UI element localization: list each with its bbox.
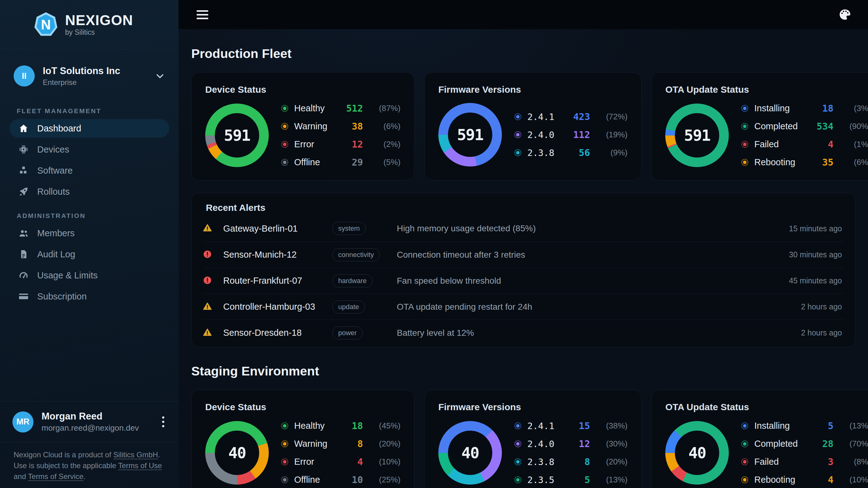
sidebar-item-software[interactable]: Software	[9, 161, 169, 180]
legend-percent: (38%)	[596, 421, 627, 431]
legend-row: 2.3.8 56 (9%)	[514, 147, 627, 158]
legend-dot-ring	[741, 105, 748, 112]
legend-label: Warning	[294, 439, 328, 449]
alert-tag-cell: connectivity	[332, 248, 397, 262]
legend-percent: (70%)	[839, 439, 868, 449]
legend-percent: (25%)	[369, 475, 401, 485]
legend-dot-ring	[514, 440, 521, 447]
legend-dot	[516, 442, 520, 446]
warning-icon	[203, 223, 223, 234]
legend-label: 2.4.0	[527, 439, 554, 449]
donut-total: 591	[224, 126, 250, 145]
legend-percent: (90%)	[839, 122, 868, 131]
card-body: 591 2.4.1 423 (72%) 2.4.0 112 (19%) 2.3.…	[438, 103, 627, 166]
legend-value: 10	[333, 475, 363, 485]
legend-row: Installing 5 (13%)	[741, 420, 868, 431]
terms-of-service-link[interactable]: Terms of Service	[28, 472, 83, 481]
alert-device: Sensor-Munich-12	[223, 250, 332, 260]
legend-dot-ring	[741, 141, 748, 148]
legend-row: Healthy 18 (45%)	[281, 420, 401, 431]
legend-dot-ring	[514, 131, 521, 138]
alert-row-sensor-dresden-18: Sensor-Dresden-18 power Battery level at…	[203, 319, 844, 346]
legend-label: Warning	[294, 121, 328, 131]
legend-row: Offline 29 (5%)	[281, 157, 401, 168]
sidebar-item-dashboard[interactable]: Dashboard	[9, 119, 169, 138]
legend-percent: (13%)	[839, 421, 868, 431]
legend-percent: (6%)	[839, 157, 868, 167]
org-selector[interactable]: II IoT Solutions Inc Enterprise	[0, 50, 179, 102]
legend-dot	[743, 460, 746, 463]
terms-of-use-link[interactable]: Terms of Use	[118, 461, 162, 470]
legend-dot	[283, 460, 286, 463]
sidebar-item-audit-log[interactable]: Audit Log	[9, 245, 169, 264]
rocket-icon	[19, 187, 29, 196]
legend-dot-ring	[514, 113, 521, 120]
sidebar-item-label: Audit Log	[37, 249, 75, 260]
legend-value: 112	[560, 129, 590, 140]
legend-dot-ring	[514, 422, 521, 429]
user-menu-kebab-icon[interactable]	[160, 415, 166, 429]
legend-label: Healthy	[294, 103, 328, 114]
legend-percent: (13%)	[596, 475, 627, 485]
donut-total: 40	[461, 444, 478, 462]
legend-dot-ring	[741, 159, 748, 166]
recent-alerts-card: Recent Alerts Gateway-Berlin-01 system H…	[191, 193, 855, 347]
legend-label: Error	[294, 457, 328, 467]
legend-dot	[743, 106, 746, 110]
staging-cards: Device Status 40 Healthy 18 (45%) Warnin…	[191, 390, 855, 488]
chevron-down-icon	[154, 70, 165, 82]
legend-dot-ring	[741, 458, 748, 465]
sidebar-item-label: Subscription	[37, 292, 87, 302]
legend-dot	[743, 125, 746, 128]
legend-dot-ring	[741, 123, 748, 130]
sidebar: N NEXIGON by Silitics II IoT Solutions I…	[0, 0, 179, 488]
legend-row: 2.4.0 112 (19%)	[514, 129, 627, 140]
legend-dot-ring	[741, 422, 748, 429]
legend-label: Offline	[294, 475, 328, 485]
legend-row: 2.3.5 5 (13%)	[514, 475, 627, 485]
sidebar-item-devices[interactable]: Devices	[9, 140, 169, 159]
legend-label: Rebooting	[754, 157, 798, 167]
legend-percent: (20%)	[369, 439, 401, 449]
stat-card-device-status: Device Status 40 Healthy 18 (45%) Warnin…	[191, 390, 414, 488]
legend-label: 2.3.8	[527, 148, 554, 158]
legend-value: 38	[333, 121, 363, 132]
palette-icon[interactable]	[838, 8, 851, 21]
legend-dot	[516, 478, 520, 482]
stat-card-ota-update-status: OTA Update Status 591 Installing 18 (3%)…	[651, 72, 868, 180]
legend-value: 18	[333, 420, 363, 431]
brand: N NEXIGON by Silitics	[0, 0, 179, 50]
legend-label: Failed	[754, 457, 798, 467]
production-cards: Device Status 591 Healthy 512 (87%) Warn…	[191, 72, 855, 180]
alert-tag: update	[332, 300, 365, 313]
org-name: IoT Solutions Inc	[43, 65, 120, 77]
stat-card-firmware-versions: Firmware Versions 591 2.4.1 423 (72%) 2.…	[424, 72, 641, 180]
alerts-title: Recent Alerts	[203, 203, 844, 213]
sidebar-item-members[interactable]: Members	[9, 224, 169, 242]
sidebar-item-subscription[interactable]: Subscription	[9, 287, 169, 306]
legend-label: Completed	[754, 121, 798, 131]
card-body: 40 Healthy 18 (45%) Warning 8 (20%) Erro…	[205, 420, 401, 485]
donut-chart: 591	[665, 103, 729, 167]
hamburger-icon[interactable]	[195, 9, 210, 21]
legend-row: Healthy 512 (87%)	[281, 103, 401, 114]
legend-percent: (8%)	[839, 457, 868, 467]
production-heading: Production Fleet	[191, 47, 855, 61]
alert-device: Router-Frankfurt-07	[223, 276, 332, 286]
card-body: 40 Installing 5 (13%) Completed 28 (70%)…	[665, 420, 868, 485]
sidebar-item-rollouts[interactable]: Rollouts	[9, 182, 169, 201]
card-title: OTA Update Status	[665, 84, 868, 95]
legend-percent: (3%)	[839, 103, 868, 113]
legend-dot	[516, 115, 520, 118]
legend-value: 8	[560, 456, 590, 467]
alert-tag-cell: hardware	[332, 274, 397, 287]
brand-name: NEXIGON	[65, 13, 133, 28]
users-icon	[19, 228, 29, 238]
legend-row: Rebooting 35 (6%)	[741, 157, 868, 168]
legend-row: 2.4.0 12 (30%)	[514, 438, 627, 449]
card-title: Device Status	[205, 402, 401, 413]
sidebar-item-usage-limits[interactable]: Usage & Limits	[9, 266, 169, 285]
silitics-link[interactable]: Silitics GmbH	[114, 451, 158, 459]
legend-value: 8	[333, 438, 363, 449]
legend-row: 2.3.8 8 (20%)	[514, 456, 627, 467]
